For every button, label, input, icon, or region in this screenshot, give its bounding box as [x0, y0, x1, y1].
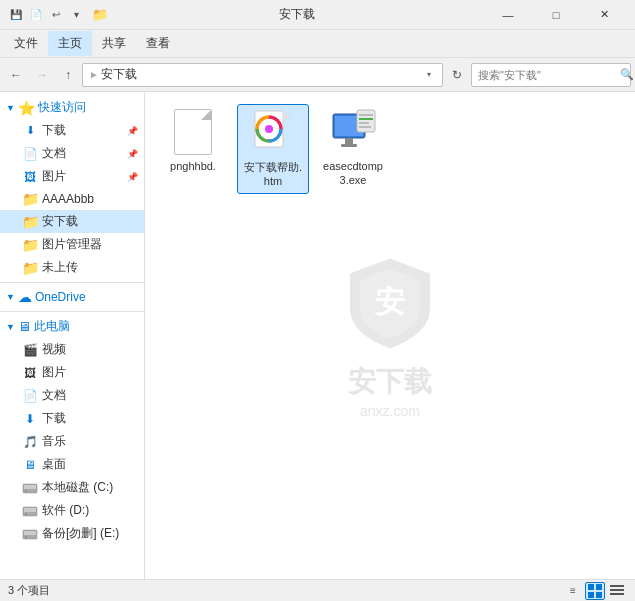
sidebar-drive-c-label: 本地磁盘 (C:) — [42, 479, 113, 496]
picture-icon: 🖼 — [22, 365, 38, 381]
drive-d-icon — [22, 503, 38, 519]
folder-icon-2: 📁 — [22, 237, 38, 253]
file-item-0[interactable]: pnghhbd. — [157, 104, 229, 194]
file-item-2[interactable]: easecdtomp3.exe — [317, 104, 389, 194]
sidebar-item-pictures[interactable]: 🖼 图片 📌 — [0, 165, 144, 188]
sidebar-item-andownload[interactable]: 📁 安下载 — [0, 210, 144, 233]
sidebar-item-documents[interactable]: 📄 文档 📌 — [0, 142, 144, 165]
file-name-1: 安下载帮助.htm — [242, 160, 304, 189]
breadcrumb-separator: ► — [89, 69, 99, 80]
svg-rect-22 — [359, 122, 369, 124]
svg-rect-4 — [24, 508, 36, 512]
file-icon-area-2 — [329, 108, 377, 156]
menu-bar: 文件 主页 共享 查看 — [0, 30, 635, 58]
sidebar-picture-label: 图片 — [42, 364, 66, 381]
file-item-1[interactable]: 安下载帮助.htm — [237, 104, 309, 194]
sidebar-onedrive[interactable]: ▼ ☁ OneDrive — [0, 286, 144, 308]
divider-1 — [0, 282, 144, 283]
svg-rect-25 — [596, 584, 602, 590]
sidebar-item-video[interactable]: 🎬 视频 — [0, 338, 144, 361]
close-button[interactable]: ✕ — [581, 0, 627, 30]
svg-rect-1 — [24, 485, 36, 489]
svg-rect-26 — [588, 592, 594, 598]
maximize-button[interactable]: □ — [533, 0, 579, 30]
sidebar-item-document[interactable]: 📄 文档 — [0, 384, 144, 407]
forward-button[interactable]: → — [30, 63, 54, 87]
view-list-button[interactable]: ≡ — [563, 582, 583, 600]
sidebar-item-drive-c[interactable]: 本地磁盘 (C:) — [0, 476, 144, 499]
address-bar[interactable]: ► 安下载 ▾ — [82, 63, 443, 87]
svg-point-2 — [25, 490, 27, 492]
status-item-count: 3 个项目 — [8, 583, 50, 598]
minimize-button[interactable]: — — [485, 0, 531, 30]
sidebar-quick-access[interactable]: ▼ ⭐ 快速访问 — [0, 96, 144, 119]
watermark-shield-icon: 安 — [345, 253, 435, 372]
thispc-arrow: ▼ — [6, 322, 15, 332]
pc-icon: 🖥 — [18, 319, 31, 334]
watermark-text: 安下载 — [348, 362, 432, 400]
menu-view[interactable]: 查看 — [136, 31, 180, 56]
svg-rect-27 — [596, 592, 602, 598]
sidebar-item-music[interactable]: 🎵 音乐 — [0, 430, 144, 453]
folder-icon-3: 📁 — [22, 260, 38, 276]
sidebar-andownload-label: 安下载 — [42, 213, 78, 230]
sidebar-pictures-label: 图片 — [42, 168, 66, 185]
menu-file[interactable]: 文件 — [4, 31, 48, 56]
svg-rect-20 — [359, 114, 373, 116]
search-icon[interactable]: 🔍 — [620, 68, 634, 81]
search-input[interactable] — [478, 69, 616, 81]
quick-access-label: 快速访问 — [38, 99, 86, 116]
svg-point-5 — [25, 513, 27, 515]
onedrive-arrow: ▼ — [6, 292, 15, 302]
sidebar-video-label: 视频 — [42, 341, 66, 358]
sidebar-item-notuploaded[interactable]: 📁 未上传 — [0, 256, 144, 279]
video-icon: 🎬 — [22, 342, 38, 358]
up-button[interactable]: ↑ — [56, 63, 80, 87]
sidebar-picturemanager-label: 图片管理器 — [42, 236, 102, 253]
sidebar-drive-e-label: 备份[勿删] (E:) — [42, 525, 119, 542]
file-generic-icon-0 — [174, 109, 212, 155]
file-name-2: easecdtomp3.exe — [321, 159, 385, 188]
window-icon-new: 📄 — [28, 7, 44, 23]
details-view-icon — [588, 584, 602, 598]
sidebar-item-download2[interactable]: ⬇ 下载 — [0, 407, 144, 430]
sidebar-item-aaaabbb[interactable]: 📁 AAAAbbb — [0, 188, 144, 210]
tiles-view-icon — [610, 584, 624, 598]
menu-home[interactable]: 主页 — [48, 31, 92, 56]
search-box: 🔍 — [471, 63, 631, 87]
sidebar-item-drive-e[interactable]: 备份[勿删] (E:) — [0, 522, 144, 545]
sidebar-item-drive-d[interactable]: 软件 (D:) — [0, 499, 144, 522]
download2-icon: ⬇ — [22, 411, 38, 427]
sidebar-document-label: 文档 — [42, 387, 66, 404]
sidebar-item-downloads[interactable]: ⬇ 下载 📌 — [0, 119, 144, 142]
folder-icon-0: 📁 — [22, 191, 38, 207]
status-bar: 3 个项目 ≡ — [0, 579, 635, 601]
watermark: 安 安下载 anxz.com — [345, 253, 435, 418]
sidebar-item-desktop[interactable]: 🖥 桌面 — [0, 453, 144, 476]
window-icon-undo: ↩ — [48, 7, 64, 23]
window-icon-save: 💾 — [8, 7, 24, 23]
svg-rect-28 — [610, 585, 624, 587]
address-dropdown-icon[interactable]: ▾ — [422, 68, 436, 82]
thispc-label: 此电脑 — [34, 318, 70, 335]
window-icon-dropdown[interactable]: ▾ — [68, 7, 84, 23]
sidebar-item-picture[interactable]: 🖼 图片 — [0, 361, 144, 384]
menu-share[interactable]: 共享 — [92, 31, 136, 56]
svg-rect-19 — [357, 110, 375, 132]
view-tiles-button[interactable] — [607, 582, 627, 600]
sidebar-item-picturemanager[interactable]: 📁 图片管理器 — [0, 233, 144, 256]
nav-bar: ← → ↑ ► 安下载 ▾ ↻ 🔍 — [0, 58, 635, 92]
svg-rect-18 — [341, 144, 357, 147]
sidebar-aaaabbb-label: AAAAbbb — [42, 192, 94, 206]
svg-rect-29 — [610, 589, 624, 591]
svg-rect-17 — [345, 138, 353, 144]
back-button[interactable]: ← — [4, 63, 28, 87]
breadcrumb: ► 安下载 — [89, 66, 418, 83]
drive-c-icon — [22, 480, 38, 496]
sidebar-this-pc[interactable]: ▼ 🖥 此电脑 — [0, 315, 144, 338]
view-details-button[interactable] — [585, 582, 605, 600]
refresh-button[interactable]: ↻ — [445, 63, 469, 87]
file-area: 安 安下载 anxz.com pnghhbd. — [145, 92, 635, 579]
sidebar-downloads-label: 下载 — [42, 122, 66, 139]
file-icon-area-0 — [169, 108, 217, 156]
